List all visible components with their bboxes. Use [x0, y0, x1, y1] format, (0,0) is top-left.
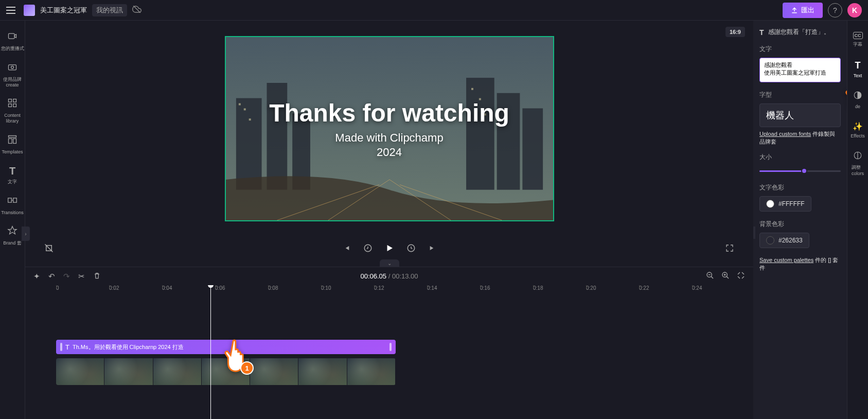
zoom-in-button[interactable]: [721, 271, 730, 281]
skip-start-button[interactable]: [340, 242, 352, 254]
time-duration: 00:13.00: [392, 272, 418, 280]
export-button[interactable]: 匯出: [783, 3, 823, 18]
preview-frame[interactable]: Thanks for watching Made with Clipchamp …: [225, 36, 554, 221]
sidebar-item-content-library[interactable]: Content library: [0, 94, 25, 128]
svg-rect-5: [13, 99, 16, 102]
size-slider[interactable]: [759, 166, 841, 176]
preview-year: 2024: [377, 146, 402, 159]
project-icon: [24, 5, 35, 16]
bg-color-swatch: [766, 236, 774, 245]
brand-kit-icon: [7, 225, 17, 238]
svg-rect-7: [13, 104, 16, 107]
svg-rect-6: [9, 104, 12, 107]
split-button[interactable]: ✂: [78, 272, 85, 281]
zoom-out-button[interactable]: [706, 271, 714, 281]
clip-handle-right[interactable]: [389, 343, 392, 351]
timeline[interactable]: 0 0:02 0:04 0:06 0:08 0:10 0:12 0:14 0:1…: [25, 285, 753, 419]
redo-button[interactable]: ↷: [63, 272, 70, 281]
crop-icon[interactable]: [43, 242, 55, 254]
svg-rect-11: [8, 198, 12, 202]
cloud-off-icon: [132, 5, 141, 15]
sidebar-item-text[interactable]: T 文字: [0, 161, 25, 189]
rt-captions[interactable]: CC 字幕: [847, 28, 868, 52]
upload-fonts-link[interactable]: Upload custom fonts: [759, 131, 811, 137]
text-color-swatch: [766, 200, 774, 208]
aspect-badge[interactable]: 16:9: [725, 27, 745, 37]
contrast-icon: [853, 151, 862, 162]
magic-icon[interactable]: ✦: [33, 272, 40, 281]
help-button[interactable]: ?: [828, 3, 842, 18]
timeline-toolbar: ✦ ↶ ↷ ✂ 00:06.05 / 00:13.00: [25, 267, 753, 285]
svg-point-3: [11, 66, 14, 68]
preview-title: Thanks for watching: [269, 99, 509, 127]
playback-controls: [25, 237, 753, 259]
text-clip-label: Th.Ms。用於觀看使用 Clipcharnp 2024 打造: [73, 343, 184, 351]
center-column: 16:9: [25, 21, 753, 419]
text-color-label: 文字色彩: [759, 183, 841, 192]
play-button[interactable]: [383, 242, 396, 254]
clip-handle-left[interactable]: [60, 343, 62, 351]
text-icon: T: [65, 343, 69, 351]
fullscreen-button[interactable]: [723, 242, 736, 254]
sidebar-item-templates[interactable]: Templates: [0, 130, 25, 159]
video-name[interactable]: 我的視訊: [92, 4, 127, 16]
fade-icon: [853, 91, 862, 102]
font-section-label: 字型: [759, 91, 841, 99]
sidebar-item-brand[interactable]: 使用品牌 create: [0, 58, 25, 92]
sidebar-label: Brand 套: [3, 240, 22, 246]
sidebar-label: Transitions: [1, 210, 24, 216]
rt-effects[interactable]: ✨ Effects: [847, 117, 868, 143]
templates-icon: [7, 134, 17, 147]
avatar[interactable]: K: [847, 3, 862, 18]
rt-colors[interactable]: 調整 colors: [847, 147, 868, 180]
library-icon: [7, 98, 17, 111]
timeline-ruler[interactable]: 0 0:02 0:04 0:06 0:08 0:10 0:12 0:14 0:1…: [56, 285, 745, 300]
annotation-hand-2: 2: [842, 76, 847, 112]
svg-line-0: [133, 6, 140, 13]
captions-icon: CC: [853, 32, 863, 39]
effects-icon: ✨: [853, 121, 863, 131]
text-icon: T: [9, 165, 15, 177]
text-content-input[interactable]: 感謝您觀看 使用美工圖案之冠軍打造: [759, 58, 841, 82]
sidebar-item-your-videos[interactable]: 您的重播式: [0, 27, 25, 56]
text-clip[interactable]: T Th.Ms。用於觀看使用 Clipcharnp 2024 打造: [56, 340, 396, 354]
text-section-label: 文字: [759, 45, 841, 54]
sidebar-item-transitions[interactable]: Transitions: [0, 191, 25, 220]
bg-color-chip[interactable]: #262633: [759, 233, 809, 248]
topbar: 美工圖案之冠軍 我的視訊 匯出 ? K: [0, 0, 868, 21]
svg-rect-1: [9, 33, 15, 39]
sidebar-item-brand-kit[interactable]: Brand 套: [0, 221, 25, 250]
video-clip[interactable]: [56, 358, 396, 385]
transitions-icon: [7, 195, 17, 208]
bg-color-label: 背景色彩: [759, 220, 841, 229]
fit-button[interactable]: [737, 271, 745, 281]
export-label: 匯出: [801, 6, 814, 15]
skip-end-button[interactable]: [427, 242, 439, 254]
sidebar-label: 使用品牌 create: [3, 77, 22, 88]
project-title: 美工圖案之冠軍: [40, 6, 87, 15]
svg-rect-12: [13, 198, 17, 202]
rewind-button[interactable]: [362, 242, 374, 254]
properties-panel: › T 感謝您觀看「打造」。 文字 感謝您觀看 使用美工圖案之冠軍打造 字型 機…: [753, 21, 847, 419]
text-color-chip[interactable]: #FFFFFF: [759, 196, 811, 212]
timeline-resize-handle[interactable]: ⌄: [380, 259, 399, 267]
font-select[interactable]: 機器人: [759, 103, 841, 127]
save-palettes-link[interactable]: Save custom palettes: [759, 257, 813, 263]
rt-text[interactable]: T Text: [847, 56, 868, 82]
playhead[interactable]: [210, 285, 211, 419]
video-icon: [7, 31, 17, 44]
delete-button[interactable]: [93, 272, 101, 281]
svg-rect-10: [13, 138, 16, 143]
panel-collapse[interactable]: ›: [753, 226, 755, 239]
rt-fade[interactable]: de: [847, 86, 868, 113]
menu-button[interactable]: [6, 4, 19, 16]
preview-subtitle: Made with Clipchamp: [335, 131, 443, 145]
text-icon: T: [759, 28, 764, 37]
left-sidebar: 您的重播式 使用品牌 create Content library Templa…: [0, 21, 25, 419]
timecode: 00:06.05 / 00:13.00: [360, 272, 418, 280]
sidebar-label: Content library: [4, 113, 21, 124]
undo-button[interactable]: ↶: [48, 272, 55, 281]
camera-icon: [7, 62, 17, 75]
forward-button[interactable]: [405, 242, 417, 254]
time-current: 00:06.05: [360, 272, 386, 280]
